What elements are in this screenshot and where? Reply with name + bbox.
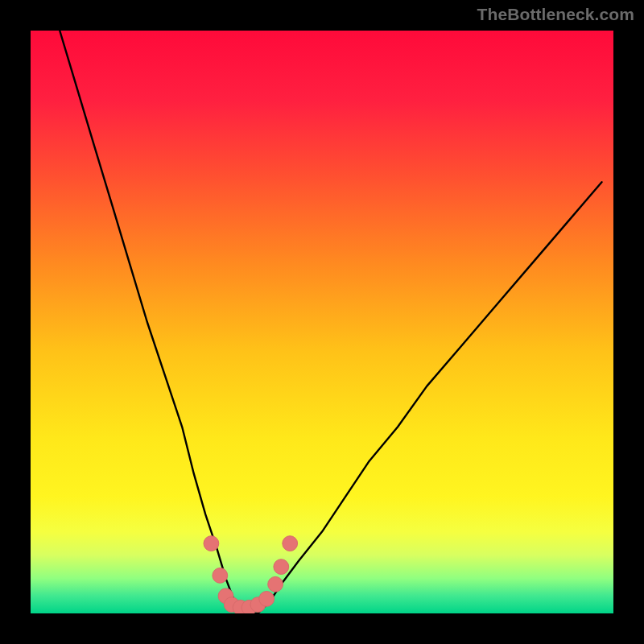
highlight-point bbox=[259, 592, 275, 607]
highlight-point bbox=[283, 536, 298, 551]
chart-svg bbox=[31, 31, 613, 613]
highlight-point bbox=[268, 576, 283, 592]
highlight-point bbox=[274, 559, 289, 575]
gradient-background bbox=[31, 31, 613, 613]
chart-plot-area bbox=[31, 31, 613, 613]
highlight-point bbox=[204, 536, 219, 551]
watermark-text: TheBottleneck.com bbox=[477, 5, 634, 24]
highlight-point bbox=[213, 568, 228, 584]
chart-frame: TheBottleneck.com bbox=[0, 0, 644, 644]
